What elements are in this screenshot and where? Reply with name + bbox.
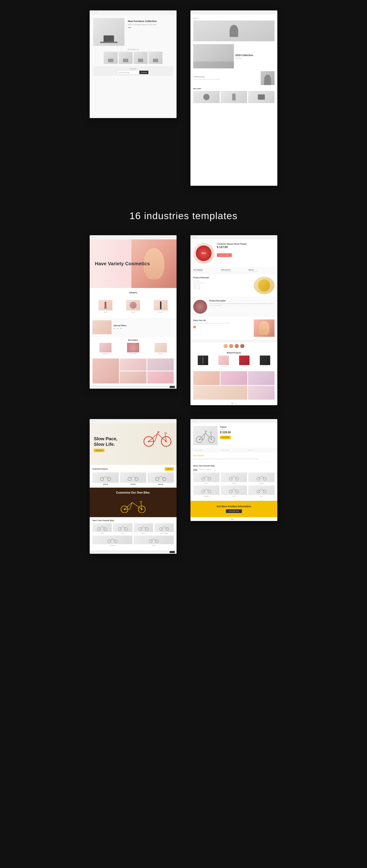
- bs-item-3: Perfume: [147, 343, 174, 354]
- bs-img-2: [127, 343, 139, 352]
- bike-style-fitness: Fitness: [134, 523, 153, 534]
- mascara-name: Mascara: [159, 311, 163, 313]
- tab-segway[interactable]: Segway: [206, 469, 211, 471]
- fp-img-2: [120, 472, 146, 483]
- nav-dot-3: [95, 237, 96, 238]
- bike-hero-image: [140, 427, 175, 448]
- description-section: Product Description This blush powder gi…: [191, 297, 277, 317]
- sg-label-2: Touring: [232, 483, 236, 484]
- cosmetics-gallery: [90, 357, 176, 385]
- product-circle: [203, 94, 209, 100]
- bike-style-cross: Cross Terrain: [154, 523, 174, 534]
- collection-text: 2018 Collection Shop Now: [235, 44, 275, 68]
- shipping-free: Free Shipping On orders over $50: [193, 269, 219, 272]
- sg-label-1: Urban: [205, 483, 208, 484]
- enjoy-icon: [193, 326, 196, 329]
- furniture-item-2: [119, 52, 133, 64]
- buy-now-button[interactable]: BUY NOW: [220, 436, 231, 439]
- particulars-section: Product Particulars Brand: NYXType: Blus…: [191, 274, 277, 297]
- bike-cta-button[interactable]: Shop Now: [94, 449, 105, 452]
- bike-style-urban-img: [92, 523, 112, 532]
- best-seller-label: Best Seller: [193, 88, 275, 90]
- fp-item-3: $229.00: [147, 472, 174, 485]
- nav-line: [198, 421, 275, 422]
- key-features-section: Key Features. Lorem ipsum dolor sit amet…: [191, 452, 277, 462]
- progress-dot-3: [235, 403, 236, 404]
- fitness-label: Fitness: [141, 533, 145, 534]
- nav-dot-1: [92, 12, 93, 13]
- featured-view-all[interactable]: View All: [165, 467, 174, 471]
- bs-img-3: [154, 343, 167, 352]
- avatar-3: [234, 344, 239, 348]
- testimonials-label: #Testimonials: [193, 76, 259, 78]
- testimonials-block: #Testimonials "Great product, really lov…: [193, 71, 275, 85]
- bike-left-mockup: Slow Pace, Slow Life. Shop Now: [90, 419, 176, 554]
- product-stool: [258, 94, 265, 100]
- bike-footer-btn[interactable]: [170, 551, 175, 553]
- bike-hero: Slow Pace, Slow Life. Shop Now: [90, 423, 176, 465]
- tab-touring[interactable]: Touring: [199, 469, 204, 471]
- countdown: 00 : 44 : 52: [114, 328, 174, 329]
- add-to-cart-button[interactable]: ADD TO CART: [217, 253, 232, 257]
- section-title: 16 industries templates: [130, 210, 237, 221]
- product-price: $ 137.00: [217, 246, 275, 249]
- related-item-1: Mascara: [193, 355, 213, 367]
- cosmetics-product-mascara: Mascara: [148, 300, 174, 313]
- subscribe-button[interactable]: Subscribe: [139, 71, 148, 74]
- person-silhouette: [264, 75, 271, 85]
- nav-dot-3: [96, 12, 98, 13]
- star-4: ★: [223, 250, 224, 252]
- nav-line: [200, 12, 275, 13]
- furniture-grid: [93, 52, 173, 64]
- description-title: Product Description: [209, 300, 275, 302]
- powder-name: Powder: [131, 311, 135, 313]
- cosmetics-hero-title: Have Variety Cosmetics: [95, 261, 150, 267]
- newsletter-input[interactable]: [118, 71, 139, 74]
- nav-dot-2: [93, 421, 94, 422]
- particulars-desc: Brand: NYXType: Blush PowderShade: RoseW…: [193, 280, 252, 290]
- nav-dot-1: [193, 237, 194, 238]
- gallery-section-2: [191, 369, 277, 401]
- tab-urban[interactable]: Urban: [193, 469, 197, 471]
- enjoy-title: Enjoy Your Life: [193, 319, 252, 321]
- gallery2-item-5: [248, 386, 275, 400]
- fitness-bike-svg: [138, 525, 149, 531]
- collection-subtitle: Shop Now: [235, 57, 275, 59]
- cosmetics-footer-btn[interactable]: [170, 386, 175, 388]
- sale-inner: Sale On 2018 Collection Shop Now: [191, 14, 277, 186]
- shipping-row: Free Shipping On orders over $50 Online …: [191, 267, 277, 274]
- newsletter-input-row[interactable]: Subscribe: [95, 71, 171, 74]
- product-page-header: [191, 235, 277, 239]
- related-products-section: Related Products Mascara Eye Shadow: [191, 349, 277, 369]
- avatar-1: [223, 344, 228, 348]
- star-3: ★: [221, 250, 222, 252]
- style-tabs[interactable]: Urban Touring Segway: [193, 469, 275, 471]
- bike-style-extra-1: Mountain: [92, 535, 133, 546]
- explore-button[interactable]: EXPLORE NOW: [226, 509, 242, 513]
- mascara-icon-small: [202, 357, 203, 364]
- nav-dot-2: [194, 421, 195, 422]
- best-sellers-cosmetics: Best Sellers Lipstick Set Blush Palette …: [90, 337, 176, 357]
- bike-sg-img-3: [248, 472, 275, 482]
- best-seller-row: [193, 91, 275, 103]
- enjoy-text: Enjoy Your Life Enhance your natural bea…: [193, 319, 252, 337]
- related-name-3: Lipstick: [243, 366, 246, 367]
- bike-sg-img-6: [248, 485, 275, 495]
- featured-products-section: Featured Products View All: [90, 465, 176, 488]
- sale-nav: [191, 10, 277, 14]
- related-img-4: [260, 355, 270, 365]
- bike-product-svg: [194, 428, 217, 443]
- bike-style-urban: Urban: [92, 523, 112, 534]
- sg-bike-3-svg: [256, 474, 267, 480]
- bike-style-extra-2-img: [134, 535, 174, 544]
- countdown-sep-2: :: [119, 328, 119, 329]
- furniture-section-label: #Minimalism 2.0: [93, 49, 173, 50]
- bike-sg-img-4: [193, 485, 220, 495]
- gallery-item-2: [120, 359, 146, 371]
- special-offers-label: Special Offers: [114, 324, 174, 327]
- bike-specs-bar: Frame: Aluminum Gears: 21-speed Brake: D…: [191, 448, 277, 452]
- product-info: Cosmetics Mosaic Blush Powder $ 137.00 ★…: [217, 243, 275, 264]
- enjoy-image: [254, 319, 275, 337]
- cosmetics-category: Category: [90, 288, 176, 297]
- nav-dot-1: [193, 12, 194, 13]
